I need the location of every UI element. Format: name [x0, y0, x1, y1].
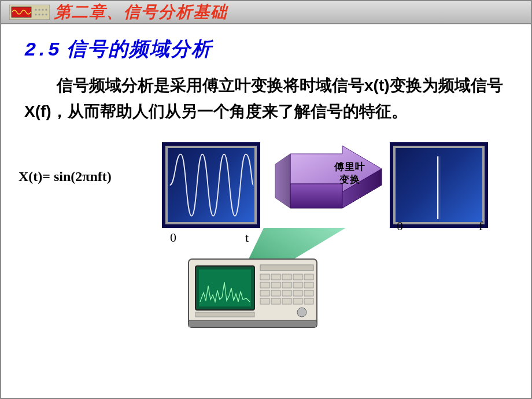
svg-rect-42 — [304, 298, 313, 304]
svg-point-5 — [42, 9, 43, 10]
svg-rect-37 — [304, 290, 313, 296]
time-domain-plot — [168, 148, 254, 222]
arrow-label-line2: 变换 — [339, 174, 360, 185]
svg-marker-14 — [275, 154, 290, 208]
slide-frame: 第二章、信号分析基础 2.5 信号的频域分析 信号频域分析是采用傅立叶变换将时域… — [0, 0, 532, 399]
slide-content: 2.5 信号的频域分析 信号频域分析是采用傅立叶变换将时域信号x(t)变换为频域… — [1, 24, 531, 398]
oscilloscope-icon — [9, 5, 50, 20]
svg-point-43 — [297, 308, 306, 317]
svg-point-9 — [42, 13, 43, 15]
svg-rect-41 — [293, 298, 302, 304]
freq-axis-label: f — [479, 219, 483, 234]
svg-rect-22 — [260, 265, 313, 271]
svg-rect-29 — [271, 282, 280, 288]
section-number: 2.5 — [24, 39, 60, 61]
svg-rect-26 — [293, 274, 302, 280]
svg-point-3 — [35, 9, 36, 10]
section-title: 信号的频域分析 — [66, 38, 212, 60]
freq-domain-panel — [390, 142, 488, 228]
diagram-area: X(t)= sin(2πnft) 0 t — [24, 142, 508, 339]
svg-rect-25 — [282, 274, 291, 280]
svg-rect-28 — [260, 282, 269, 288]
spectrum-analyzer-icon — [186, 257, 319, 332]
arrow-label: 傅里叶 变换 — [334, 161, 365, 186]
section-heading: 2.5 信号的频域分析 — [24, 36, 508, 62]
svg-rect-30 — [282, 282, 291, 288]
svg-rect-2 — [34, 8, 47, 17]
freq-zero-label: 0 — [397, 219, 403, 234]
svg-rect-24 — [271, 274, 280, 280]
svg-rect-32 — [304, 282, 313, 288]
svg-rect-35 — [282, 290, 291, 296]
arrow-label-line1: 傅里叶 — [334, 161, 365, 172]
svg-rect-36 — [293, 290, 302, 296]
svg-rect-44 — [195, 312, 254, 317]
svg-rect-19 — [189, 320, 317, 327]
chapter-title: 第二章、信号分析基础 — [54, 1, 228, 23]
svg-marker-12 — [290, 184, 342, 208]
svg-rect-39 — [271, 298, 280, 304]
svg-point-8 — [38, 13, 40, 15]
fourier-arrow: 傅里叶 变换 — [274, 143, 383, 219]
svg-point-4 — [38, 9, 40, 10]
time-domain-panel — [162, 142, 260, 228]
svg-point-6 — [45, 9, 47, 10]
svg-point-10 — [45, 13, 47, 15]
svg-rect-31 — [293, 282, 302, 288]
svg-rect-23 — [260, 274, 269, 280]
title-bar: 第二章、信号分析基础 — [1, 1, 531, 24]
freq-domain-plot — [396, 148, 482, 222]
svg-rect-40 — [282, 298, 291, 304]
formula-text: X(t)= sin(2πnft) — [19, 169, 112, 184]
svg-rect-38 — [260, 298, 269, 304]
svg-point-7 — [35, 13, 36, 15]
svg-rect-34 — [271, 290, 280, 296]
svg-rect-33 — [260, 290, 269, 296]
svg-rect-27 — [304, 274, 313, 280]
section-body: 信号频域分析是采用傅立叶变换将时域信号x(t)变换为频域信号X(f)，从而帮助人… — [24, 73, 508, 125]
time-zero-label: 0 — [170, 230, 176, 245]
